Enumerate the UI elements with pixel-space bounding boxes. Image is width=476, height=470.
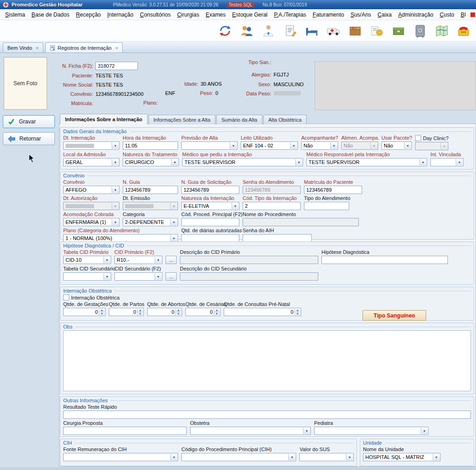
tab-registros-internacao[interactable]: Registros de Internação × (45, 42, 123, 53)
close-icon[interactable]: × (36, 45, 39, 51)
qtde-consultas-spinner[interactable]: 0▲▼ (224, 308, 301, 316)
clipboard-icon[interactable] (282, 23, 298, 39)
menu-pa-terapias[interactable]: P.A./Terapias (271, 10, 309, 19)
supplies-icon[interactable] (391, 23, 406, 39)
cod-tipo-internacao-input[interactable]: 2 (243, 202, 301, 210)
menu-estoque-geral[interactable]: Estoque Geral (229, 10, 271, 19)
patients-icon[interactable] (239, 23, 255, 39)
cirurgia-proposta-input[interactable] (63, 427, 187, 435)
map-icon[interactable] (434, 23, 450, 39)
tab-bem-vindo[interactable]: Bem Vindo × (3, 42, 43, 53)
matricula-paciente-input[interactable]: 123456789 (304, 186, 362, 194)
n-guia-solicitacao-input[interactable]: 123456789 (181, 186, 239, 194)
tab-sumario-alta[interactable]: Sumário da Alta (216, 115, 262, 124)
ambulance-icon[interactable] (326, 23, 341, 39)
doctor-icon[interactable] (261, 23, 276, 39)
obs-textarea[interactable] (63, 330, 471, 391)
return-button[interactable]: Retornar (3, 132, 55, 145)
tabela-cid-primario-combo[interactable]: CID-10▾ (63, 256, 111, 264)
senha-atendimento-input[interactable]: 123456789 (243, 186, 301, 194)
internacao-obstetrica-checkbox[interactable] (63, 294, 69, 300)
chevron-down-icon: ▾ (170, 235, 177, 241)
acompanhante-combo[interactable]: Não▾ (301, 141, 338, 150)
qtde-partos-spinner[interactable]: 0▲▼ (109, 308, 144, 316)
natureza-internacao-combo[interactable]: E-ELETIVA▾ (181, 202, 239, 210)
menu-recepcao[interactable]: Recepção (72, 10, 104, 19)
menu-base-de-dados[interactable]: Base de Dados (28, 10, 72, 19)
menu-faturamento[interactable]: Faturamento (309, 10, 347, 19)
cid-secundario-lookup-button[interactable]: ... (166, 272, 177, 281)
int-vinculada-combo[interactable]: ▾ (430, 158, 464, 166)
qtde-abortos-spinner[interactable]: 0▲▼ (147, 308, 182, 316)
tipo-sanguineo-button[interactable]: Tipo Sanguíneo (363, 310, 426, 321)
tab-informacoes-internacao[interactable]: Informações Sobre a Internação (60, 114, 148, 124)
medico-responsavel-combo[interactable]: TESTE SUPERVISOR▾ (306, 158, 427, 166)
spinner-arrows-icon[interactable]: ▲▼ (137, 309, 143, 315)
dt-autorizacao-combo[interactable]: ▾ (63, 202, 119, 210)
sync-users-icon[interactable] (217, 23, 233, 39)
codigo-procedimento-cih-combo[interactable]: ▾ (181, 453, 296, 461)
document-tab-bar: Bem Vindo × Registros de Internação × (0, 41, 476, 53)
resultado-teste-rapido-input[interactable] (63, 411, 471, 419)
cid-primario-combo[interactable]: R10.-▾ (114, 256, 162, 264)
menu-cirurgias[interactable]: Cirurgias (174, 10, 202, 19)
categoria-combo[interactable]: 2-DEPENDENTE▾ (123, 218, 178, 226)
cid-primario-lookup-button[interactable]: ... (166, 256, 177, 264)
stock-crate-icon[interactable] (347, 23, 363, 39)
fonte-remuneracao-cih-combo[interactable]: ▾ (63, 453, 178, 461)
qtde-gestacoes-spinner[interactable]: 0▲▼ (63, 308, 106, 316)
menu-caixa[interactable]: Caixa (375, 10, 395, 19)
hipotese-diagnostica-input[interactable] (321, 256, 448, 264)
menu-sus-ans[interactable]: Sus/Ans (347, 10, 375, 19)
menu-exames[interactable]: Exames (202, 10, 229, 19)
medico-pediu-combo[interactable]: TESTE SUPERVISOR▾ (182, 158, 303, 166)
cid-secundario-combo[interactable]: ▾ (114, 272, 162, 281)
close-icon[interactable]: × (115, 45, 118, 51)
bed-icon[interactable] (304, 23, 320, 39)
local-admissao-combo[interactable]: GERAL▾ (63, 158, 119, 166)
save-button[interactable]: Gravar (3, 115, 55, 128)
menu-consultorios[interactable]: Consultórios (137, 10, 174, 19)
previsao-alta-combo[interactable]: ▾ (181, 141, 238, 150)
day-clinic-checkbox[interactable] (415, 135, 421, 141)
spinner-arrows-icon[interactable]: ▲▼ (214, 309, 220, 315)
menu-custo[interactable]: Custo (436, 10, 457, 19)
dt-emissao-combo[interactable]: ▾ (123, 202, 178, 210)
spinner-arrows-icon[interactable]: ▲▼ (175, 309, 181, 315)
phone-icon[interactable] (456, 23, 471, 39)
spinner-arrows-icon[interactable]: ▲▼ (99, 309, 105, 315)
tabela-cid-secundario-combo[interactable]: ▾ (63, 272, 111, 281)
dt-internacao-combo[interactable]: ▾ (63, 141, 119, 150)
cod-proced-principal-input[interactable] (181, 218, 239, 226)
day-clinic-combo[interactable]: ▾ (415, 142, 448, 150)
billing-icon[interactable] (369, 23, 385, 39)
convenio-combo[interactable]: AFFEGO▾ (63, 186, 119, 194)
acomodacao-cobrada-combo[interactable]: ENFERMARIA (1)▾ (63, 218, 119, 226)
natureza-tratamento-combo[interactable]: CIRURGICO▾ (123, 158, 179, 166)
menu-bi[interactable]: BI (458, 10, 469, 19)
menu-administracao[interactable]: Administração (395, 10, 436, 19)
descricao-cid-primario-input[interactable] (180, 256, 318, 264)
pediatra-combo[interactable]: ▾ (314, 427, 428, 435)
descricao-cid-secundario-input[interactable] (180, 272, 318, 281)
menu-internacao[interactable]: Internação (104, 10, 137, 19)
usar-pacote-combo[interactable]: Não▾ (381, 141, 412, 150)
n-guia-input[interactable]: 123456789 (123, 186, 178, 194)
ficha-input[interactable]: 318072 (95, 62, 138, 70)
tab-informacoes-alta[interactable]: Informações Sobre a Alta (149, 115, 216, 124)
hora-internacao-input[interactable]: 11:05 (123, 141, 178, 150)
qtde-cesarias-spinner[interactable]: 0▲▼ (185, 308, 220, 316)
field-n-guia: N. Guia 123456789 (123, 179, 178, 194)
spinner-arrows-icon[interactable]: ▲▼ (294, 309, 300, 315)
alimen-acompa-combo[interactable]: Não▾ (341, 141, 378, 150)
nome-unidade-combo[interactable]: HOSPITAL SQL - MATRIZ▾ (363, 453, 440, 461)
field-descricao-cid-primario: Descrição do CID Primário (180, 249, 318, 264)
tipo-atendimento-input[interactable] (304, 202, 349, 210)
leito-combo[interactable]: ENF 104 - 02▾ (241, 141, 298, 150)
valor-sus-combo[interactable]: ▾ (299, 453, 354, 461)
nome-procedimento-input[interactable] (243, 218, 359, 226)
obstetra-combo[interactable]: ▾ (190, 427, 311, 435)
tab-alta-obstetrica[interactable]: Alta Obstétrica (263, 115, 307, 124)
safe-icon[interactable] (412, 23, 428, 39)
menu-sistema[interactable]: Sistema (2, 10, 28, 19)
